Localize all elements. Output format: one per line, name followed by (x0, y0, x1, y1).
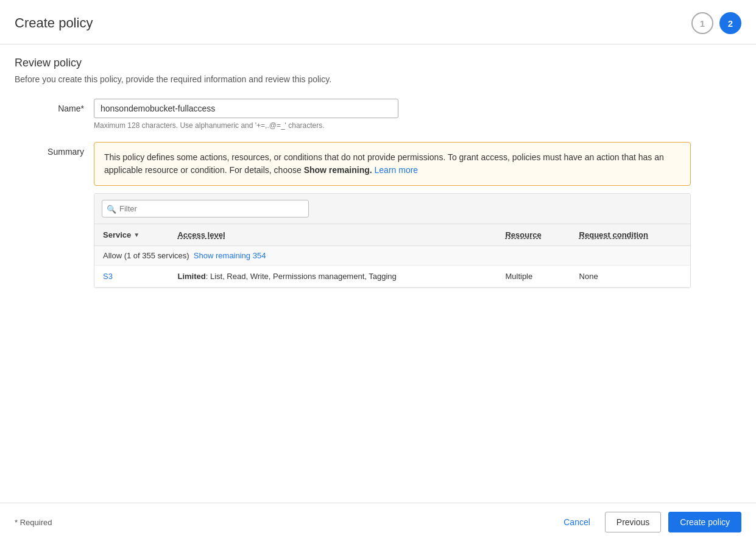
table-row: S3 Limited: List, Read, Write, Permissio… (94, 266, 690, 288)
section-title: Review policy (15, 57, 741, 69)
step-1-indicator: 1 (691, 12, 713, 34)
table-header-row: Service ▼ Access level Resource Request … (94, 224, 690, 246)
summary-table-container: 🔍 Service ▼ (94, 193, 691, 288)
access-level-rest: : List, Read, Write, Permissions managem… (206, 272, 397, 281)
filter-input-wrap: 🔍 (102, 200, 309, 217)
cancel-button[interactable]: Cancel (556, 512, 598, 532)
allow-row: Allow (1 of 355 services) Show remaining… (94, 246, 690, 266)
col-resource[interactable]: Resource (496, 224, 570, 246)
name-field-wrap: Maximum 128 characters. Use alphanumeric… (94, 99, 741, 130)
summary-row: Summary This policy defines some actions… (15, 142, 741, 288)
warning-box: This policy defines some actions, resour… (94, 142, 691, 186)
sort-arrow-service: ▼ (133, 232, 140, 238)
page-title: Create policy (15, 15, 93, 31)
learn-more-link[interactable]: Learn more (375, 165, 419, 175)
summary-label: Summary (15, 142, 94, 157)
access-level-cell: Limited: List, Read, Write, Permissions … (169, 266, 496, 288)
create-policy-button[interactable]: Create policy (668, 512, 741, 532)
policy-table: Service ▼ Access level Resource Request … (94, 224, 690, 288)
name-row: Name* Maximum 128 characters. Use alphan… (15, 99, 741, 130)
allow-text: Allow (1 of 355 services) (103, 251, 189, 260)
access-level-bold: Limited (177, 272, 205, 281)
filter-input[interactable] (102, 200, 309, 217)
col-access-level[interactable]: Access level (169, 224, 496, 246)
header: Create policy 1 2 (0, 0, 756, 44)
s3-link[interactable]: S3 (103, 272, 113, 281)
header-divider (0, 44, 756, 44)
footer-buttons: Cancel Previous Create policy (556, 512, 741, 532)
col-request-condition[interactable]: Request condition (571, 224, 690, 246)
main-content: Review policy Before you create this pol… (0, 57, 756, 288)
search-icon: 🔍 (107, 204, 116, 213)
request-condition-cell: None (571, 266, 690, 288)
section-subtitle: Before you create this policy, provide t… (15, 74, 741, 84)
allow-row-cell: Allow (1 of 355 services) Show remaining… (94, 246, 690, 266)
previous-button[interactable]: Previous (605, 512, 661, 532)
name-label: Name* (15, 99, 94, 113)
step-indicators: 1 2 (691, 12, 741, 34)
footer: * Required Cancel Previous Create policy (0, 503, 756, 541)
s3-service-cell: S3 (94, 266, 169, 288)
required-label: * Required (15, 518, 52, 527)
warning-bold-text: Show remaining. (304, 165, 372, 175)
name-hint: Maximum 128 characters. Use alphanumeric… (94, 121, 741, 130)
step-2-indicator: 2 (719, 12, 741, 34)
filter-row: 🔍 (94, 194, 690, 224)
show-remaining-link[interactable]: Show remaining 354 (194, 251, 266, 260)
resource-cell: Multiple (496, 266, 570, 288)
name-input[interactable] (94, 99, 398, 118)
col-service[interactable]: Service ▼ (94, 224, 169, 246)
summary-field-wrap: This policy defines some actions, resour… (94, 142, 741, 288)
